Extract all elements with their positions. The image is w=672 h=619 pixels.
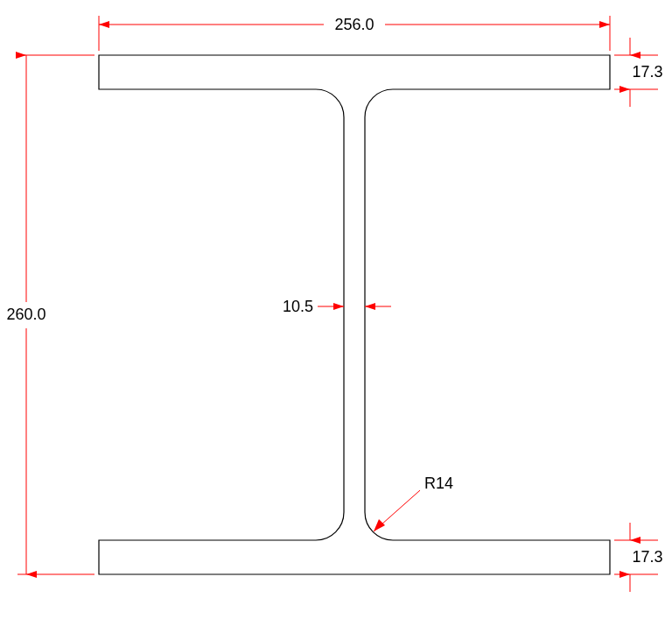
dim-width: 256.0 bbox=[99, 16, 610, 51]
dim-radius: R14 bbox=[374, 475, 453, 531]
dim-flange-bottom-label: 17.3 bbox=[632, 548, 662, 566]
dim-web-label: 10.5 bbox=[283, 298, 313, 315]
beam-outline bbox=[99, 55, 610, 574]
dim-height: 260.0 bbox=[6, 55, 94, 574]
dim-web: 10.5 bbox=[283, 298, 391, 315]
drawing-canvas: 256.0 260.0 17.3 17.3 10.5 R14 bbox=[0, 0, 672, 619]
dim-radius-label: R14 bbox=[424, 475, 453, 492]
dim-flange-bottom: 17.3 bbox=[614, 523, 663, 592]
dim-width-label: 256.0 bbox=[334, 16, 374, 33]
dim-flange-top: 17.3 bbox=[614, 38, 663, 107]
dim-height-label: 260.0 bbox=[6, 306, 46, 323]
dim-flange-top-label: 17.3 bbox=[632, 63, 662, 81]
